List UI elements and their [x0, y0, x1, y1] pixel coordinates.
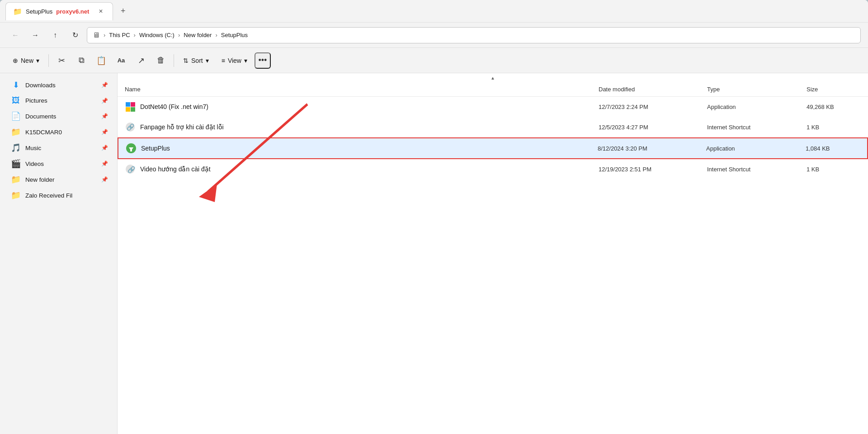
- main-area: ⬇ Downloads 📌 🖼 Pictures 📌 📄 Documents 📌…: [0, 73, 868, 434]
- file-list: DotNet40 (Fix .net win7) 12/7/2023 2:24 …: [118, 97, 868, 434]
- delete-icon: 🗑: [157, 56, 165, 65]
- cut-button[interactable]: ✂: [52, 52, 71, 70]
- setupplus-type: Application: [706, 145, 806, 152]
- videos-pin-icon: 📌: [101, 160, 108, 167]
- tab-brand: proxyv6.net: [56, 8, 89, 15]
- col-date[interactable]: Date modified: [599, 86, 707, 93]
- col-name[interactable]: Name: [125, 86, 599, 93]
- back-button[interactable]: ←: [7, 27, 24, 43]
- title-bar: 📁 SetupPlus proxyv6.net ✕ +: [0, 0, 868, 23]
- sidebar-videos-label: Videos: [25, 160, 97, 167]
- svg-rect-2: [126, 107, 130, 112]
- file-column-headers: Name Date modified Type Size: [118, 82, 868, 97]
- rename-icon: Aa: [118, 57, 125, 64]
- sidebar-item-downloads[interactable]: ⬇ Downloads 📌: [2, 77, 115, 93]
- view-button[interactable]: ≡ View ▾: [216, 54, 253, 67]
- sidebar-item-pictures[interactable]: 🖼 Pictures 📌: [2, 93, 115, 108]
- file-row-video[interactable]: 🔗 Video hướng dẫn cài đặt 12/19/2023 2:5…: [118, 159, 868, 179]
- sidebar-pictures-label: Pictures: [25, 97, 97, 104]
- col-type[interactable]: Type: [707, 86, 807, 93]
- paste-button[interactable]: 📋: [92, 52, 110, 70]
- view-dropdown-icon: ▾: [244, 57, 247, 64]
- video-file-icon: 🔗: [125, 164, 136, 175]
- view-icon: ≡: [222, 57, 225, 64]
- fanpage-size: 1 KB: [807, 124, 861, 131]
- sort-button[interactable]: ⇅ Sort ▾: [178, 54, 214, 67]
- sidebar-new-folder-label: New folder: [25, 176, 97, 183]
- sidebar-item-videos[interactable]: 🎬 Videos 📌: [2, 156, 115, 171]
- file-row-setupplus[interactable]: SetupPlus 8/12/2024 3:20 PM Application …: [118, 137, 868, 159]
- refresh-button[interactable]: ↻: [67, 27, 83, 43]
- sidebar-item-music[interactable]: 🎵 Music 📌: [2, 140, 115, 156]
- up-button[interactable]: ↑: [47, 27, 63, 43]
- dotnet40-size: 49,268 KB: [807, 104, 861, 110]
- paste-icon: 📋: [96, 56, 106, 66]
- sidebar-item-zalo[interactable]: 📁 Zalo Received Fil: [2, 188, 115, 203]
- sidebar-downloads-label: Downloads: [25, 82, 97, 89]
- sidebar-item-new-folder[interactable]: 📁 New folder 📌: [2, 172, 115, 187]
- breadcrumb-setupplus[interactable]: SetupPlus: [221, 32, 248, 38]
- navigation-bar: ← → ↑ ↻ 🖥 › This PC › Windows (C:) › New…: [0, 23, 868, 48]
- breadcrumb-windows[interactable]: Windows (C:): [139, 32, 175, 38]
- documents-icon: 📄: [11, 111, 21, 121]
- delete-button[interactable]: 🗑: [152, 52, 170, 70]
- view-label: View: [228, 57, 241, 64]
- new-folder-pin-icon: 📌: [101, 176, 108, 183]
- dotnet40-file-icon: [125, 101, 136, 112]
- file-explorer-window: 📁 SetupPlus proxyv6.net ✕ + ← → ↑ ↻ 🖥 › …: [0, 0, 868, 434]
- tab-title: SetupPlus: [26, 8, 52, 15]
- forward-button[interactable]: →: [27, 27, 43, 43]
- breadcrumb-thispc[interactable]: This PC: [109, 32, 130, 38]
- sidebar-item-k15dcmar0[interactable]: 📁 K15DCMAR0 📌: [2, 124, 115, 140]
- svg-text:🔗: 🔗: [127, 123, 135, 131]
- svg-text:🔗: 🔗: [127, 166, 136, 174]
- documents-pin-icon: 📌: [101, 113, 108, 119]
- setupplus-name: SetupPlus: [141, 145, 170, 152]
- rename-button[interactable]: Aa: [112, 52, 130, 70]
- setupplus-file-icon: [126, 143, 137, 154]
- address-bar[interactable]: 🖥 › This PC › Windows (C:) › New folder …: [87, 27, 861, 43]
- sidebar-k15dcmar0-label: K15DCMAR0: [25, 129, 97, 136]
- music-pin-icon: 📌: [101, 145, 108, 151]
- new-folder-icon: 📁: [11, 175, 21, 184]
- tab-close-button[interactable]: ✕: [96, 7, 105, 16]
- k15dcmar0-pin-icon: 📌: [101, 129, 108, 135]
- video-date: 12/19/2023 2:51 PM: [599, 166, 707, 173]
- setupplus-size: 1,084 KB: [806, 145, 860, 152]
- share-button[interactable]: ↗: [132, 52, 150, 70]
- more-options-button[interactable]: •••: [255, 52, 271, 69]
- file-row-dotnet40[interactable]: DotNet40 (Fix .net win7) 12/7/2023 2:24 …: [118, 97, 868, 117]
- sidebar: ⬇ Downloads 📌 🖼 Pictures 📌 📄 Documents 📌…: [0, 73, 118, 434]
- toolbar-divider-2: [174, 54, 174, 67]
- copy-button[interactable]: ⧉: [72, 52, 90, 70]
- sidebar-music-label: Music: [25, 145, 97, 151]
- sidebar-item-documents[interactable]: 📄 Documents 📌: [2, 108, 115, 124]
- cut-icon: ✂: [58, 56, 65, 66]
- new-tab-button[interactable]: +: [115, 3, 131, 19]
- svg-rect-1: [131, 102, 135, 107]
- music-icon: 🎵: [11, 143, 21, 153]
- dotnet40-date: 12/7/2023 2:24 PM: [599, 104, 707, 110]
- copy-icon: ⧉: [79, 56, 85, 65]
- sidebar-documents-label: Documents: [25, 113, 97, 120]
- dotnet40-type: Application: [707, 104, 807, 110]
- fanpage-date: 12/5/2023 4:27 PM: [599, 124, 707, 131]
- col-size[interactable]: Size: [807, 86, 861, 93]
- active-tab[interactable]: 📁 SetupPlus proxyv6.net ✕: [5, 2, 113, 20]
- sort-icon: ⇅: [183, 57, 189, 64]
- fanpage-name: Fanpage hỗ trợ khi cài đặt lỗi: [140, 123, 224, 131]
- downloads-pin-icon: 📌: [101, 82, 108, 88]
- file-area-wrapper: ▲ Name Date modified Type Size: [118, 73, 868, 434]
- tab-folder-icon: 📁: [13, 7, 22, 16]
- share-icon: ↗: [138, 56, 145, 66]
- k15dcmar0-icon: 📁: [11, 127, 21, 137]
- dotnet40-name: DotNet40 (Fix .net win7): [140, 103, 208, 110]
- new-button[interactable]: ⊕ New ▾: [7, 54, 45, 67]
- videos-icon: 🎬: [11, 159, 21, 169]
- file-area: ▲ Name Date modified Type Size: [118, 73, 868, 434]
- zalo-icon: 📁: [11, 190, 21, 200]
- file-row-fanpage[interactable]: 🔗 Fanpage hỗ trợ khi cài đặt lỗi 12/5/20…: [118, 117, 868, 137]
- fanpage-type: Internet Shortcut: [707, 124, 807, 131]
- breadcrumb-newfolder[interactable]: New folder: [184, 32, 212, 38]
- collapse-button[interactable]: ▲: [118, 73, 868, 82]
